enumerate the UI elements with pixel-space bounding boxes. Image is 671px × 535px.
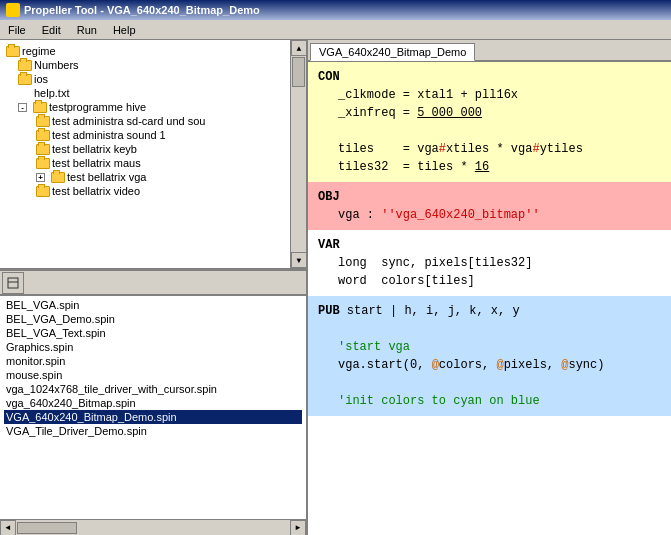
tree-label-sdcard: test administra sd-card und sou bbox=[52, 115, 205, 127]
expand-testprog[interactable]: - bbox=[18, 103, 27, 112]
menu-edit[interactable]: Edit bbox=[38, 23, 65, 37]
folder-icon-sdcard bbox=[36, 116, 50, 127]
file-item-1[interactable]: BEL_VGA_Demo.spin bbox=[4, 312, 302, 326]
file-item-3[interactable]: Graphics.spin bbox=[4, 340, 302, 354]
tree-label-testprog: testprogramme hive bbox=[49, 101, 146, 113]
pub-comment1: 'start vga bbox=[338, 338, 661, 356]
menu-help[interactable]: Help bbox=[109, 23, 140, 37]
con-hash2: # bbox=[532, 142, 539, 156]
hscroll-left-btn[interactable]: ◄ bbox=[0, 520, 16, 536]
file-item-0[interactable]: BEL_VGA.spin bbox=[4, 298, 302, 312]
tree-vscrollbar: ▲ ▼ bbox=[290, 40, 306, 268]
con-spacer bbox=[318, 122, 661, 140]
tree-item-sound[interactable]: test administra sound 1 bbox=[36, 128, 286, 142]
folder-icon-numbers bbox=[18, 60, 32, 71]
scroll-thumb[interactable] bbox=[292, 57, 305, 87]
toolbar-icon-1 bbox=[7, 277, 19, 289]
con-hash1: # bbox=[439, 142, 446, 156]
folder-icon-vga bbox=[51, 172, 65, 183]
file-item-8[interactable]: VGA_640x240_Bitmap_Demo.spin bbox=[4, 410, 302, 424]
tab-vga-bitmap-demo[interactable]: VGA_640x240_Bitmap_Demo bbox=[310, 43, 475, 61]
obj-keyword: OBJ bbox=[318, 188, 661, 206]
var-line-1: long sync, pixels[tiles32] bbox=[338, 254, 661, 272]
obj-line-1: vga : ''vga_640x240_bitmap'' bbox=[338, 206, 661, 224]
folder-icon-ios bbox=[18, 74, 32, 85]
tree-panel: regime Numbers ios help.txt - bbox=[0, 40, 306, 270]
expand-vga[interactable]: + bbox=[36, 173, 45, 182]
scroll-down-btn[interactable]: ▼ bbox=[291, 252, 306, 268]
hscroll-right-btn[interactable]: ► bbox=[290, 520, 306, 536]
folder-icon-regime bbox=[6, 46, 20, 57]
file-item-2[interactable]: BEL_VGA_Text.spin bbox=[4, 326, 302, 340]
folder-icon-video bbox=[36, 186, 50, 197]
tree-item-numbers[interactable]: Numbers bbox=[18, 58, 286, 72]
svg-rect-0 bbox=[8, 278, 18, 288]
pub-keyword: PUB start | h, i, j, k, x, y bbox=[318, 302, 661, 320]
hscroll-track bbox=[16, 521, 290, 535]
tab-label: VGA_640x240_Bitmap_Demo bbox=[319, 46, 466, 58]
tree-label-ios: ios bbox=[34, 73, 48, 85]
folder-icon-keyb bbox=[36, 144, 50, 155]
con-keyword: CON bbox=[318, 68, 661, 86]
tree-label-sound: test administra sound 1 bbox=[52, 129, 166, 141]
tree-item-ios[interactable]: ios bbox=[18, 72, 286, 86]
file-item-4[interactable]: monitor.spin bbox=[4, 354, 302, 368]
pub-comment2-text: 'init colors to cyan on blue bbox=[338, 394, 540, 408]
pub-spacer bbox=[318, 320, 661, 338]
scroll-up-btn[interactable]: ▲ bbox=[291, 40, 306, 56]
var-keyword: VAR bbox=[318, 236, 661, 254]
file-item-5[interactable]: mouse.spin bbox=[4, 368, 302, 382]
var-line-2: word colors[tiles] bbox=[338, 272, 661, 290]
pub-comment2: 'init colors to cyan on blue bbox=[338, 392, 661, 410]
folder-icon-testprog bbox=[33, 102, 47, 113]
con-line-4: tiles32 = tiles * 16 bbox=[338, 158, 661, 176]
file-hscrollbar: ◄ ► bbox=[0, 519, 306, 535]
con-line-3: tiles = vga#xtiles * vga#ytiles bbox=[338, 140, 661, 158]
file-list: BEL_VGA.spin BEL_VGA_Demo.spin BEL_VGA_T… bbox=[0, 296, 306, 440]
tree-label-regime: regime bbox=[22, 45, 56, 57]
pub-comment1-text: 'start vga bbox=[338, 340, 410, 354]
at1: @ bbox=[432, 358, 439, 372]
tree-item-regime[interactable]: regime bbox=[6, 44, 286, 58]
app-icon bbox=[6, 3, 20, 17]
tree-label-video: test bellatrix video bbox=[52, 185, 140, 197]
tab-bar: VGA_640x240_Bitmap_Demo bbox=[308, 40, 671, 62]
tree-item-vga[interactable]: + test bellatrix vga bbox=[36, 170, 286, 184]
code-area[interactable]: CON _clkmode = xtal1 + pll16x _xinfreq =… bbox=[308, 62, 671, 535]
scroll-track bbox=[291, 56, 306, 252]
con-line-1: _clkmode = xtal1 + pll16x bbox=[338, 86, 661, 104]
right-panel: VGA_640x240_Bitmap_Demo CON _clkmode = x… bbox=[308, 40, 671, 535]
tree-item-sdcard[interactable]: test administra sd-card und sou bbox=[36, 114, 286, 128]
file-item-9[interactable]: VGA_Tile_Driver_Demo.spin bbox=[4, 424, 302, 438]
tree-item-maus[interactable]: test bellatrix maus bbox=[36, 156, 286, 170]
tree-label-vga: test bellatrix vga bbox=[67, 171, 146, 183]
at3: @ bbox=[561, 358, 568, 372]
menu-bar: File Edit Run Help bbox=[0, 20, 671, 40]
tree-label-keyb: test bellatrix keyb bbox=[52, 143, 137, 155]
code-section-pub: PUB start | h, i, j, k, x, y 'start vga … bbox=[308, 296, 671, 416]
file-item-7[interactable]: vga_640x240_Bitmap.spin bbox=[4, 396, 302, 410]
mini-toolbar bbox=[0, 270, 306, 296]
con-xinfreq-val: 5_000_000 bbox=[417, 106, 482, 120]
tree-label-help: help.txt bbox=[34, 87, 69, 99]
folder-icon-sound bbox=[36, 130, 50, 141]
menu-run[interactable]: Run bbox=[73, 23, 101, 37]
window-title: Propeller Tool - VGA_640x240_Bitmap_Demo bbox=[24, 4, 260, 16]
tree-label-maus: test bellatrix maus bbox=[52, 157, 141, 169]
tree-item-keyb[interactable]: test bellatrix keyb bbox=[36, 142, 286, 156]
tree-item-video[interactable]: test bellatrix video bbox=[36, 184, 286, 198]
tree-item-testprog[interactable]: - testprogramme hive bbox=[18, 100, 286, 114]
con-16-val: 16 bbox=[475, 160, 489, 174]
hscroll-thumb[interactable] bbox=[17, 522, 77, 534]
menu-file[interactable]: File bbox=[4, 23, 30, 37]
file-panel: BEL_VGA.spin BEL_VGA_Demo.spin BEL_VGA_T… bbox=[0, 296, 306, 535]
toolbar-btn-1[interactable] bbox=[2, 272, 24, 294]
main-layout: regime Numbers ios help.txt - bbox=[0, 40, 671, 535]
file-item-6[interactable]: vga_1024x768_tile_driver_with_cursor.spi… bbox=[4, 382, 302, 396]
tree-label-numbers: Numbers bbox=[34, 59, 79, 71]
tree-item-help[interactable]: help.txt bbox=[18, 86, 286, 100]
folder-icon-maus bbox=[36, 158, 50, 169]
pub-line-1: vga.start(0, @colors, @pixels, @sync) bbox=[338, 356, 661, 374]
code-section-obj: OBJ vga : ''vga_640x240_bitmap'' bbox=[308, 182, 671, 230]
obj-string: ''vga_640x240_bitmap'' bbox=[381, 208, 539, 222]
